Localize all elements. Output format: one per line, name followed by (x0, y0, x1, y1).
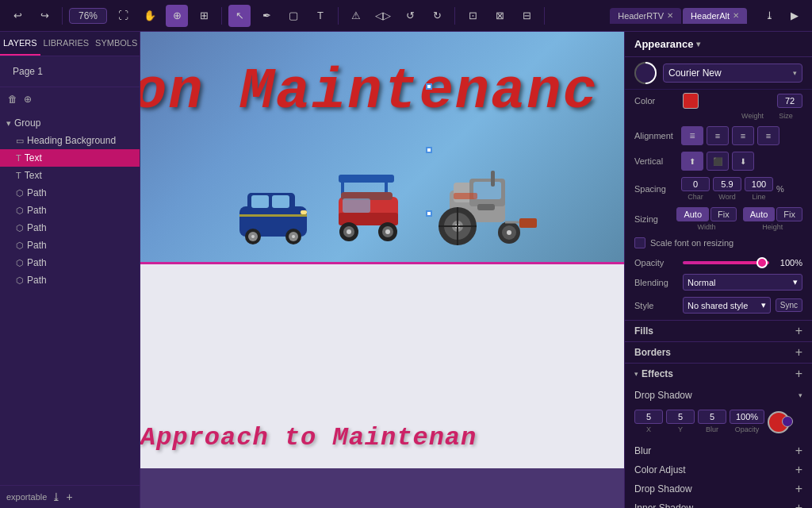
slide-lower: Approach to Maintenan (140, 262, 624, 468)
shape-tool[interactable]: ▢ (282, 5, 304, 27)
spacing-pct: % (776, 184, 784, 194)
instance-btn[interactable]: ⊠ (488, 5, 511, 27)
scale-font-checkbox[interactable] (634, 237, 645, 248)
rotate-cw[interactable]: ↻ (426, 5, 448, 27)
magnet-button[interactable]: ⊕ (166, 5, 188, 27)
align-justify-btn[interactable]: ≡ (757, 126, 779, 145)
align-right-btn[interactable]: ≡ (732, 126, 754, 145)
add-fill-btn[interactable]: + (795, 325, 802, 337)
font-size-box[interactable]: 72 (777, 94, 802, 108)
layer-page1[interactable]: Page 1 (6, 63, 133, 80)
layer-path-6[interactable]: ⬡ Path (0, 271, 140, 289)
layer-text-1[interactable]: T Text (0, 149, 140, 167)
add-footer-btn[interactable]: + (66, 491, 72, 503)
warning-tool[interactable]: ⚠ (345, 5, 367, 27)
alignment-label: Alignment (634, 131, 678, 140)
undo-button[interactable]: ↩ (6, 5, 29, 27)
pan-button[interactable]: ✋ (139, 5, 161, 27)
add-drop-shadow2-btn[interactable]: + (795, 482, 802, 496)
layer-path-5[interactable]: ⬡ Path (0, 254, 140, 271)
word-label: Word (718, 193, 735, 201)
ds-blur-value[interactable]: 5 (698, 410, 726, 424)
opacity-slider[interactable] (683, 261, 769, 264)
rect-icon: ▭ (16, 136, 24, 146)
tab-close-alt[interactable]: ✕ (733, 11, 739, 20)
effects-header[interactable]: ▾ Effects + (625, 363, 812, 384)
valign-top-btn[interactable]: ⬆ (681, 152, 703, 171)
layer-path-3[interactable]: ⬡ Path (0, 219, 140, 237)
borders-header[interactable]: Borders + (625, 341, 812, 363)
appearance-arrow: ▾ (696, 40, 700, 48)
export-footer-btn[interactable]: ⤓ (52, 491, 61, 503)
select-tool[interactable]: ↖ (228, 5, 251, 27)
layer-text-2[interactable]: T Text (0, 167, 140, 184)
color-swatch[interactable] (683, 93, 699, 109)
align-center-btn[interactable]: ≡ (707, 126, 729, 145)
ds-y-value[interactable]: 5 (666, 410, 695, 424)
style-row: Style No shared style ▾ Sync (625, 294, 812, 317)
add-inner-shadow-btn[interactable]: + (795, 501, 802, 508)
tab-layers[interactable]: LAYERS (0, 32, 40, 56)
width-auto-btn[interactable]: Auto (676, 207, 709, 221)
rotate-ccw[interactable]: ↺ (399, 5, 421, 27)
height-fix-btn[interactable]: Fix (776, 207, 802, 221)
component-btn[interactable]: ⊡ (462, 5, 484, 27)
ds-x-value[interactable]: 5 (634, 410, 663, 424)
ds-opacity-value[interactable]: 100% (730, 410, 764, 424)
ds-blur-label: Blur (706, 425, 718, 433)
ds-color-swatch[interactable] (768, 411, 790, 433)
add-color-adjust-btn[interactable]: + (795, 463, 802, 477)
font-selector[interactable]: Courier New ▾ (663, 64, 802, 83)
path-icon-2: ⬡ (16, 206, 24, 216)
add-effect-btn[interactable]: + (795, 368, 802, 380)
spacing-char[interactable]: 0 (681, 177, 710, 191)
tab-close-rtv[interactable]: ✕ (667, 11, 673, 20)
grid-button[interactable]: ⊞ (193, 5, 215, 27)
sizing-row: Sizing Auto Fix Width Auto Fix Height (625, 204, 812, 234)
height-auto-btn[interactable]: Auto (743, 207, 776, 221)
sep1 (62, 7, 63, 25)
layer-path-2[interactable]: ⬡ Path (0, 202, 140, 219)
tab-libraries[interactable]: LIBRARIES (40, 32, 92, 56)
delete-layer-btn[interactable]: 🗑 (6, 92, 19, 106)
drop-shadow-toggle[interactable]: ▾ (799, 391, 802, 399)
tab-symbols[interactable]: SYMBOLS (92, 32, 140, 56)
mask-btn[interactable]: ⊟ (515, 5, 538, 27)
canvas-content: on Maintenanc (140, 32, 624, 508)
play-btn[interactable]: ▶ (783, 5, 806, 27)
align-left-btn[interactable]: ≡ (681, 126, 703, 145)
add-blur-btn[interactable]: + (795, 444, 802, 458)
blending-select[interactable]: Normal ▾ (683, 274, 802, 291)
valign-bot-btn[interactable]: ⬇ (732, 152, 754, 171)
sync-button[interactable]: Sync (776, 298, 802, 312)
fills-header[interactable]: Fills + (625, 320, 812, 341)
layer-heading-bg[interactable]: ▭ Heading Background (0, 132, 140, 149)
redo-button[interactable]: ↪ (33, 5, 56, 27)
width-label: Width (683, 223, 730, 231)
zoom-display[interactable]: 76% (69, 8, 107, 24)
page1-label: Page 1 (13, 66, 43, 77)
fit-button[interactable]: ⛶ (112, 5, 134, 27)
font-selector-arrow: ▾ (793, 69, 797, 77)
tab-header-rtv[interactable]: HeaderRTV ✕ (610, 8, 681, 24)
export-btn[interactable]: ⤓ (758, 5, 780, 27)
layer-group[interactable]: ▾ Group (0, 114, 140, 132)
spacing-line[interactable]: 100 (745, 177, 773, 191)
svg-rect-40 (519, 218, 537, 228)
style-select[interactable]: No shared style ▾ (683, 297, 771, 314)
valign-mid-btn[interactable]: ⬛ (707, 152, 729, 171)
layer-text-2-label: Text (25, 170, 42, 181)
text-tool[interactable]: T (309, 5, 331, 27)
layer-path-1-label: Path (27, 187, 47, 198)
spacing-word[interactable]: 5.9 (713, 177, 741, 191)
width-fix-btn[interactable]: Fix (710, 207, 737, 221)
layer-path-1[interactable]: ⬡ Path (0, 184, 140, 202)
tab-header-alt[interactable]: HeaderAlt ✕ (683, 8, 747, 24)
add-layer-btn[interactable]: ⊕ (22, 92, 33, 106)
opacity-thumb[interactable] (756, 257, 768, 268)
add-border-btn[interactable]: + (795, 346, 802, 359)
pen-tool[interactable]: ✒ (255, 5, 278, 27)
flip-h-tool[interactable]: ◁▷ (372, 5, 394, 27)
canvas-area[interactable]: on Maintenanc (140, 32, 624, 508)
layer-path-4[interactable]: ⬡ Path (0, 237, 140, 254)
